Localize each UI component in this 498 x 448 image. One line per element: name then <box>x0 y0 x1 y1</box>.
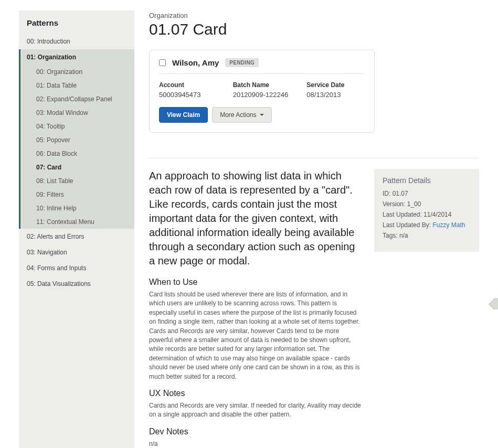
sidebar-sub-inline-help[interactable]: 10: Inline Help <box>20 201 134 215</box>
service-date-label: Service Date <box>306 81 365 89</box>
sidebar-sub-filters[interactable]: 09: Filters <box>20 188 134 201</box>
details-title: Pattern Details <box>383 176 471 185</box>
account-value: 50003945473 <box>159 91 217 99</box>
sidebar-sub-list-table[interactable]: 08: List Table <box>20 174 134 188</box>
details-updated: Last Updated: 11/4/2014 <box>383 211 471 218</box>
sidebar-title: Patterns <box>19 10 134 34</box>
page-title: 01.07 Card <box>149 20 479 38</box>
example-card-panel: Wilson, Amy PENDING Account 50003945473 … <box>149 50 375 133</box>
details-id: ID: 01.07 <box>383 190 471 197</box>
ux-notes-heading: UX Notes <box>149 389 362 398</box>
dev-notes-text: n/a <box>149 440 362 448</box>
sidebar-sub-tooltip[interactable]: 04: Tooltip <box>20 120 134 133</box>
sidebar-sub-data-block[interactable]: 06: Data Block <box>20 147 134 161</box>
sidebar-sub-expand-collapse[interactable]: 02: Expand/Collapse Panel <box>20 92 134 106</box>
edge-widget-icon[interactable] <box>486 298 498 310</box>
sidebar-item-data-viz[interactable]: 05: Data Visualizations <box>19 276 134 292</box>
sidebar-item-organization[interactable]: 01: Organization <box>20 49 134 65</box>
chevron-down-icon <box>260 114 264 116</box>
view-claim-button[interactable]: View Claim <box>159 107 208 123</box>
sidebar-sub-contextual-menu[interactable]: 11: Contextual Menu <box>20 215 134 229</box>
details-version: Version: 1_00 <box>383 200 471 208</box>
when-to-use-text: Card lists should be used wherever there… <box>149 290 362 381</box>
updated-by-link[interactable]: Fuzzy Math <box>432 221 465 229</box>
more-actions-label: More Actions <box>220 111 256 119</box>
sidebar-sub-modal-window[interactable]: 03: Modal Window <box>20 106 134 120</box>
sidebar-item-alerts[interactable]: 02: Alerts and Errors <box>19 229 134 244</box>
ux-notes-text: Cards and Records are very similar. If n… <box>149 401 362 420</box>
pattern-details-panel: Pattern Details ID: 01.07 Version: 1_00 … <box>374 169 479 252</box>
account-label: Account <box>159 81 217 89</box>
more-actions-button[interactable]: More Actions <box>212 107 271 123</box>
lead-paragraph: An approach to showing list data in whic… <box>149 169 362 268</box>
sidebar-sub-data-table[interactable]: 01: Data Table <box>20 79 134 92</box>
sidebar-item-navigation[interactable]: 03: Navigation <box>19 244 134 260</box>
status-badge: PENDING <box>225 58 259 67</box>
batch-label: Batch Name <box>233 81 291 89</box>
patterns-sidebar: Patterns 00: Introduction 01: Organizati… <box>19 10 134 448</box>
sidebar-item-introduction[interactable]: 00: Introduction <box>19 34 134 49</box>
batch-value: 20120909-122246 <box>233 91 291 99</box>
main-content: Organization 01.07 Card Wilson, Amy PEND… <box>134 0 498 448</box>
card-person-name: Wilson, Amy <box>172 58 219 67</box>
details-updated-by: Last Updated By: Fuzzy Math <box>383 221 471 229</box>
breadcrumb: Organization <box>149 12 479 19</box>
sidebar-item-forms[interactable]: 04: Forms and Inputs <box>19 260 134 276</box>
sidebar-sub-card[interactable]: 07: Card <box>20 161 134 174</box>
service-date-value: 08/13/2013 <box>306 91 365 99</box>
when-to-use-heading: When to Use <box>149 278 362 287</box>
details-tags: Tags: n/a <box>383 232 471 239</box>
section-divider <box>149 158 479 158</box>
sidebar-sub-popover[interactable]: 05: Popover <box>20 133 134 147</box>
card-select-checkbox[interactable] <box>159 59 166 66</box>
dev-notes-heading: Dev Notes <box>149 427 362 436</box>
sidebar-sub-organization[interactable]: 00: Organization <box>20 65 134 79</box>
